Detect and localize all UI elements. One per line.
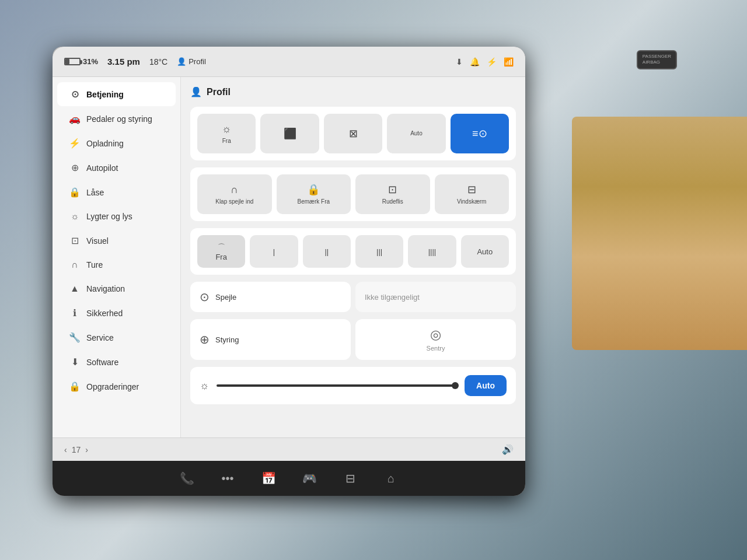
- wiper-fra-label: Fra: [215, 253, 227, 261]
- brightness-auto-button[interactable]: Auto: [465, 375, 507, 396]
- battery-fill: [65, 59, 69, 64]
- media-icon: ⊟: [345, 471, 355, 485]
- lygter-icon: ☼: [69, 211, 81, 222]
- download-icon: ⬇: [456, 57, 463, 66]
- light-controls-row: ☼ Fra ⬛ ⊠ Auto ≡⊙: [197, 114, 509, 153]
- mirror-card-icon: ⊙: [200, 290, 210, 304]
- sidebar-item-betjening[interactable]: ⊙ Betjening: [57, 82, 176, 106]
- betjening-label: Betjening: [86, 90, 124, 99]
- nav-left-icon[interactable]: ‹: [64, 445, 67, 454]
- taskbar-phone[interactable]: 📞: [175, 467, 198, 490]
- wiper-auto-button[interactable]: Auto: [461, 235, 509, 268]
- taskbar-home[interactable]: ⌂: [379, 467, 403, 490]
- fold-mirrors-button[interactable]: ∩ Klap spejle ind: [197, 174, 272, 214]
- sun-icon: ☼: [222, 123, 232, 135]
- nav-right-icon[interactable]: ›: [85, 445, 88, 454]
- temperature-display: 18°C: [149, 57, 167, 66]
- sidebar-item-ture[interactable]: ∩ Ture: [57, 253, 176, 276]
- taskbar-games[interactable]: 🎮: [298, 467, 321, 490]
- opladning-label: Opladning: [86, 139, 124, 148]
- sentry-card[interactable]: ◎ Sentry: [355, 319, 516, 360]
- bluetooth-icon: ⚡: [487, 57, 497, 66]
- light-mode3-button[interactable]: ⊠: [324, 114, 382, 153]
- sidebar-item-opgraderinger[interactable]: 🔒 Opgraderinger: [57, 374, 176, 398]
- mirror-sentry-section: ⊙ Spejle Ikke tilgængeligt: [190, 282, 516, 312]
- mirror-card-text: Spejle: [215, 293, 236, 302]
- sidebar-item-sikkerhed[interactable]: ℹ Sikkerhed: [57, 301, 176, 325]
- steering-card[interactable]: ⊕ Styring: [190, 319, 351, 360]
- volume-icon: 🔊: [502, 444, 514, 455]
- light-controls-section: ☼ Fra ⬛ ⊠ Auto ≡⊙: [190, 107, 516, 160]
- status-bar: 31% 3.15 pm 18°C 👤 Profil ⬇ 🔔 ⚡ 📶: [53, 47, 525, 77]
- dots-icon: •••: [221, 472, 233, 485]
- battery-percent: 31%: [83, 57, 98, 66]
- phone-icon: 📞: [180, 471, 194, 485]
- visuel-label: Visuel: [86, 236, 109, 246]
- sidebar-item-navigation[interactable]: ▲ Navigation: [57, 277, 176, 300]
- main-area: ⊙ Betjening 🚗 Pedaler og styring ⚡ Oplad…: [53, 77, 525, 438]
- sidebar-item-service[interactable]: 🔧 Service: [57, 326, 176, 349]
- navigation-icon: ▲: [69, 284, 81, 294]
- taskbar-calendar[interactable]: 📅: [257, 467, 280, 490]
- autopilot-label: Autopilot: [86, 163, 118, 173]
- wiper-speed3-button[interactable]: |||: [355, 235, 403, 268]
- bell-icon: 🔔: [470, 57, 480, 66]
- sidebar-item-opladning[interactable]: ⚡ Opladning: [57, 131, 176, 155]
- wiper-speed1-button[interactable]: |: [250, 235, 298, 268]
- navigation-label: Navigation: [86, 284, 125, 293]
- ture-label: Ture: [86, 260, 103, 270]
- wiper-speed1-icon: |: [273, 247, 275, 256]
- wiper-speed4-icon: ||||: [428, 247, 437, 256]
- nav-arrows: ‹ 17 ›: [64, 445, 88, 454]
- opgraderinger-icon: 🔒: [69, 381, 81, 392]
- window-btn[interactable]: ⊡ Rudeflis: [355, 174, 430, 214]
- bottom-controls-bar: ‹ 17 › 🔊: [53, 438, 525, 461]
- light-mode2-button[interactable]: ⬛: [260, 114, 319, 153]
- taskbar-dots[interactable]: •••: [216, 467, 239, 490]
- sidebar-item-autopilot[interactable]: ⊕ Autopilot: [57, 156, 176, 180]
- mirror-fold-icon: ∩: [231, 184, 238, 196]
- lock-btn[interactable]: 🔒 Bemærk Fra: [277, 174, 351, 214]
- steering-card-icon: ⊕: [200, 332, 210, 346]
- taskbar: 📞 ••• 📅 🎮 ⊟ ⌂: [53, 461, 525, 496]
- sidebar-item-visuel[interactable]: ⊡ Visuel: [57, 229, 176, 253]
- beam-icon: ≡⊙: [472, 127, 487, 140]
- battery-indicator: 31%: [64, 57, 98, 66]
- games-icon: 🎮: [302, 471, 317, 485]
- light-fra-button[interactable]: ☼ Fra: [197, 114, 256, 153]
- sidebar-item-laase[interactable]: 🔒 Låse: [57, 180, 176, 204]
- panel-header: 👤 Profil: [190, 86, 516, 97]
- wiper-speed2-button[interactable]: ||: [303, 235, 351, 268]
- software-icon: ⬇: [69, 356, 81, 368]
- battery-bar: [64, 58, 81, 65]
- opladning-icon: ⚡: [69, 138, 81, 149]
- taskbar-media[interactable]: ⊟: [338, 467, 362, 490]
- profile-indicator[interactable]: 👤 Profil: [177, 57, 206, 66]
- wiper-row: ⌒ Fra | || ||| ||||: [197, 235, 509, 268]
- lock-icon: 🔒: [307, 183, 320, 196]
- opgraderinger-label: Opgraderinger: [86, 382, 139, 391]
- calendar-icon: 📅: [261, 471, 276, 485]
- brightness-section: ☼ Auto: [190, 367, 516, 404]
- steering-sentry-section: ⊕ Styring ◎ Sentry: [190, 319, 516, 360]
- wiper-section: ⌒ Fra | || ||| ||||: [190, 228, 516, 275]
- sidebar-item-pedaler[interactable]: 🚗 Pedaler og styring: [57, 107, 176, 131]
- panel-person-icon: 👤: [190, 86, 202, 97]
- wiper-speed4-button[interactable]: ||||: [408, 235, 456, 268]
- sidebar-item-software[interactable]: ⬇ Software: [57, 350, 176, 374]
- light-auto-button[interactable]: Auto: [387, 114, 445, 153]
- betjening-icon: ⊙: [69, 89, 81, 100]
- service-icon: 🔧: [69, 332, 81, 343]
- brightness-slider[interactable]: [217, 384, 458, 387]
- software-label: Software: [86, 358, 118, 367]
- sidebar-item-lygter[interactable]: ☼ Lygter og lys: [57, 205, 176, 228]
- windscreen-btn[interactable]: ⊟ Vindskærm: [435, 174, 509, 214]
- light-beam-button[interactable]: ≡⊙: [451, 114, 509, 153]
- wiper-fra-button[interactable]: ⌒ Fra: [197, 235, 245, 268]
- speed-display: 17: [72, 445, 81, 454]
- volume-control[interactable]: 🔊: [502, 444, 514, 455]
- mirror-card-title: Spejle: [215, 293, 236, 302]
- light-mode2-icon: ⬛: [284, 127, 296, 140]
- mirror-card[interactable]: ⊙ Spejle: [190, 282, 351, 312]
- content-panel: 👤 Profil ☼ Fra ⬛ ⊠: [181, 77, 525, 438]
